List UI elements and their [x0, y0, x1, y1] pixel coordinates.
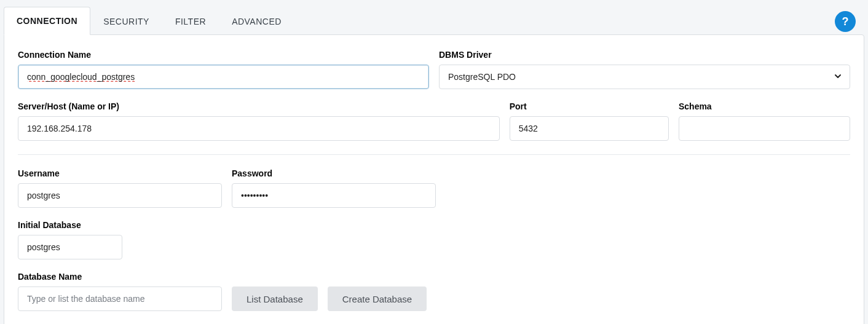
tab-security[interactable]: SECURITY [90, 7, 162, 35]
connection-name-field: Connection Name [18, 50, 429, 89]
server-host-field: Server/Host (Name or IP) [18, 101, 500, 141]
database-name-field: Database Name [18, 272, 222, 311]
create-database-button[interactable]: Create Database [328, 286, 427, 311]
connection-name-label: Connection Name [18, 50, 429, 60]
initial-database-label: Initial Database [18, 220, 122, 230]
tab-advanced[interactable]: ADVANCED [219, 7, 294, 35]
username-label: Username [18, 168, 222, 178]
initial-database-input[interactable] [18, 235, 122, 259]
database-name-label: Database Name [18, 272, 222, 282]
tab-connection[interactable]: CONNECTION [4, 7, 90, 35]
connection-config-page: ? CONNECTION SECURITY FILTER ADVANCED Co… [0, 0, 868, 324]
server-host-input[interactable] [18, 116, 500, 141]
password-label: Password [232, 168, 436, 178]
port-label: Port [510, 101, 669, 111]
username-input[interactable] [18, 183, 222, 208]
schema-field: Schema [679, 101, 850, 141]
port-input[interactable] [510, 116, 669, 141]
schema-label: Schema [679, 101, 850, 111]
schema-input[interactable] [679, 116, 850, 141]
section-divider [18, 154, 850, 155]
tabstrip: CONNECTION SECURITY FILTER ADVANCED [4, 6, 864, 34]
initial-database-field: Initial Database [18, 220, 122, 259]
server-host-label: Server/Host (Name or IP) [18, 101, 500, 111]
port-field: Port [510, 101, 669, 141]
connection-panel: Connection Name DBMS Driver PostgreSQL P… [4, 34, 864, 324]
password-input[interactable] [232, 183, 436, 208]
list-database-button[interactable]: List Database [232, 286, 318, 311]
database-name-input[interactable] [18, 286, 222, 311]
dbms-driver-label: DBMS Driver [439, 50, 850, 60]
tab-filter[interactable]: FILTER [162, 7, 219, 35]
dbms-driver-select[interactable]: PostgreSQL PDO [439, 65, 850, 89]
connection-name-input[interactable] [18, 65, 429, 89]
password-field: Password [232, 168, 436, 208]
username-field: Username [18, 168, 222, 208]
dbms-driver-field: DBMS Driver PostgreSQL PDO [439, 50, 850, 89]
